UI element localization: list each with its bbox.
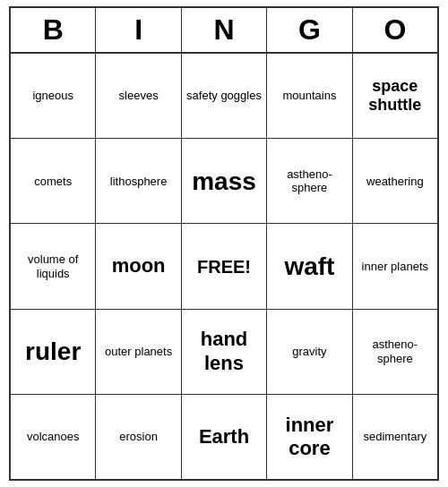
bingo-cell-r2-c2: FREE! [182, 224, 267, 308]
bingo-cell-r2-c3: waft [267, 224, 352, 308]
bingo-cell-r0-c4: space shuttle [353, 54, 437, 138]
bingo-row-4: volcanoeserosionEarthinner coresedimenta… [11, 395, 437, 479]
bingo-cell-r1-c1: lithosphere [96, 139, 181, 223]
bingo-cell-r3-c2: hand lens [182, 310, 267, 394]
bingo-cell-r1-c0: comets [11, 139, 96, 223]
bingo-row-2: volume of liquidsmoonFREE!waftinner plan… [11, 224, 437, 309]
header-letter-g: G [267, 8, 352, 52]
header-letter-i: I [96, 8, 181, 52]
header-letter-n: N [182, 8, 267, 52]
bingo-row-3: rulerouter planetshand lensgravityasthen… [11, 310, 437, 395]
bingo-cell-r3-c0: ruler [11, 310, 96, 394]
bingo-cell-r4-c0: volcanoes [11, 395, 96, 479]
bingo-row-1: cometslithospheremassastheno-sphereweath… [11, 139, 437, 224]
bingo-cell-r3-c4: astheno-sphere [353, 310, 437, 394]
header-letter-b: B [11, 8, 96, 52]
bingo-cell-r2-c0: volume of liquids [11, 224, 96, 308]
bingo-cell-r4-c1: erosion [96, 395, 181, 479]
bingo-cell-r4-c4: sedimentary [353, 395, 437, 479]
bingo-cell-r1-c3: astheno-sphere [267, 139, 352, 223]
bingo-cell-r2-c4: inner planets [353, 224, 437, 308]
bingo-cell-r0-c0: igneous [11, 54, 96, 138]
bingo-cell-r3-c3: gravity [267, 310, 352, 394]
bingo-cell-r0-c1: sleeves [96, 54, 181, 138]
bingo-body: igneoussleevessafety gogglesmountainsspa… [11, 54, 437, 479]
header-letter-o: O [353, 8, 437, 52]
bingo-cell-r0-c2: safety goggles [182, 54, 267, 138]
bingo-card: BINGO igneoussleevessafety gogglesmounta… [9, 6, 439, 481]
bingo-cell-r4-c2: Earth [182, 395, 267, 479]
bingo-cell-r2-c1: moon [96, 224, 181, 308]
bingo-row-0: igneoussleevessafety gogglesmountainsspa… [11, 54, 437, 139]
bingo-cell-r4-c3: inner core [267, 395, 352, 479]
bingo-cell-r1-c2: mass [182, 139, 267, 223]
bingo-header: BINGO [11, 8, 437, 54]
bingo-cell-r0-c3: mountains [267, 54, 352, 138]
bingo-cell-r1-c4: weathering [353, 139, 437, 223]
bingo-cell-r3-c1: outer planets [96, 310, 181, 394]
